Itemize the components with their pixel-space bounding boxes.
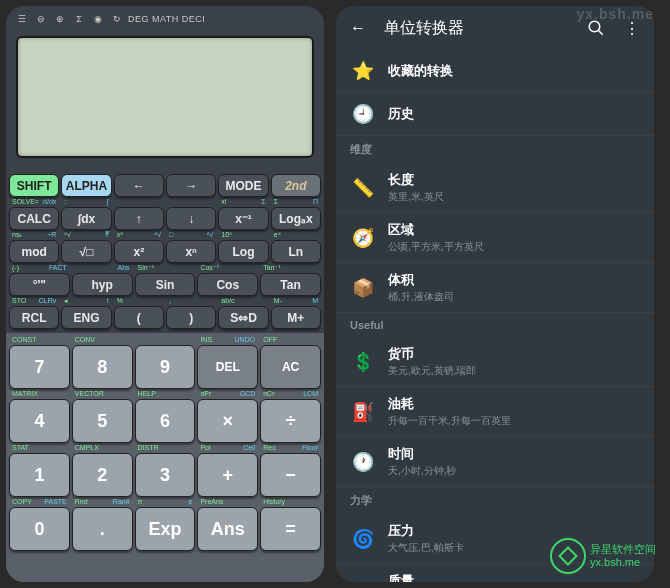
item-label: 历史 [388, 105, 414, 123]
key-calc[interactable]: CALC [9, 207, 59, 230]
category-icon: 📦 [350, 275, 376, 301]
item-label: 压力 [388, 522, 464, 540]
key-↑[interactable]: ↑ [114, 207, 164, 230]
key-2[interactable]: 2 [72, 453, 133, 497]
category-icon: ⛽ [350, 399, 376, 425]
key-mod[interactable]: mod [9, 240, 59, 263]
sigma-icon[interactable]: Σ [71, 11, 87, 27]
key-9[interactable]: 9 [135, 345, 196, 389]
key-logₐx[interactable]: Logₐx [271, 207, 321, 230]
camera-icon[interactable]: ◉ [90, 11, 106, 27]
list-item[interactable]: 🧭 区域 公顷,平方米,平方英尺 [336, 213, 654, 263]
section-header: 力学 [336, 487, 654, 514]
zoom-out-icon[interactable]: ⊖ [33, 11, 49, 27]
category-icon: ⚖ [350, 576, 376, 583]
category-icon: 🧭 [350, 225, 376, 251]
list-item[interactable]: 🕐 时间 天,小时,分钟,秒 [336, 437, 654, 487]
key-x²[interactable]: x² [114, 240, 164, 263]
category-icon: 🕐 [350, 449, 376, 475]
key-ans[interactable]: Ans [197, 507, 258, 551]
key-x⁻¹[interactable]: x⁻¹ [218, 207, 268, 230]
key-.[interactable]: . [72, 507, 133, 551]
key-×[interactable]: × [197, 399, 258, 443]
list-item[interactable]: 📏 长度 英里,米,英尺 [336, 163, 654, 213]
key-m+[interactable]: M+ [271, 306, 321, 329]
key-÷[interactable]: ÷ [260, 399, 321, 443]
key-sin[interactable]: Sin [135, 273, 196, 296]
section-header: 维度 [336, 136, 654, 163]
key-alpha[interactable]: ALPHA [61, 174, 111, 197]
category-icon: ⭐ [350, 58, 376, 84]
key-0[interactable]: 0 [9, 507, 70, 551]
key-7[interactable]: 7 [9, 345, 70, 389]
key-+[interactable]: + [197, 453, 258, 497]
section-header: Useful [336, 313, 654, 337]
svg-point-0 [589, 21, 600, 32]
key-hyp[interactable]: hyp [72, 273, 133, 296]
page-title: 单位转换器 [384, 18, 570, 39]
key-8[interactable]: 8 [72, 345, 133, 389]
item-sub: 大气压,巴,帕斯卡 [388, 541, 464, 555]
item-label: 体积 [388, 271, 454, 289]
key-1[interactable]: 1 [9, 453, 70, 497]
key-exp[interactable]: Exp [135, 507, 196, 551]
item-sub: 升每一百千米,升每一百英里 [388, 414, 511, 428]
item-sub: 英里,米,英尺 [388, 190, 444, 204]
key-↓[interactable]: ↓ [166, 207, 216, 230]
item-label: 区域 [388, 221, 484, 239]
list-item[interactable]: 🕘 历史 [336, 93, 654, 136]
key-→[interactable]: → [166, 174, 216, 197]
zoom-in-icon[interactable]: ⊕ [52, 11, 68, 27]
key-shift[interactable]: SHIFT [9, 174, 59, 197]
item-label: 长度 [388, 171, 444, 189]
calc-display [16, 36, 314, 158]
key-−[interactable]: − [260, 453, 321, 497]
item-sub: 桶,升,液体盎司 [388, 290, 454, 304]
mode-math[interactable]: MATH [152, 14, 179, 24]
unit-converter-app: ← 单位转换器 ⋮ ⭐ 收藏的转换 🕘 历史 维度📏 长度 英里,米,英尺 🧭 … [336, 6, 654, 582]
key-=[interactable]: = [260, 507, 321, 551]
stamp-line1: 异星软件空间 [590, 543, 656, 556]
key-cos[interactable]: Cos [197, 273, 258, 296]
category-icon: 📏 [350, 175, 376, 201]
key-2nd[interactable]: 2nd [271, 174, 321, 197]
mode-deg[interactable]: DEG [128, 14, 149, 24]
key-°'[interactable]: °'" [9, 273, 70, 296]
key-3[interactable]: 3 [135, 453, 196, 497]
key-ln[interactable]: Ln [271, 240, 321, 263]
key-eng[interactable]: ENG [61, 306, 111, 329]
svg-line-1 [598, 30, 603, 35]
key-5[interactable]: 5 [72, 399, 133, 443]
mode-deci[interactable]: DECI [182, 14, 206, 24]
list-item[interactable]: ⭐ 收藏的转换 [336, 50, 654, 93]
key-log[interactable]: Log [218, 240, 268, 263]
watermark: yx.bsh.me [577, 6, 654, 22]
key-4[interactable]: 4 [9, 399, 70, 443]
key-tan[interactable]: Tan [260, 273, 321, 296]
item-sub: 美元,欧元,英镑,瑞郎 [388, 364, 476, 378]
list-item[interactable]: 💲 货币 美元,欧元,英镑,瑞郎 [336, 337, 654, 387]
key-←[interactable]: ← [114, 174, 164, 197]
key-xⁿ[interactable]: xⁿ [166, 240, 216, 263]
key-6[interactable]: 6 [135, 399, 196, 443]
key-del[interactable]: DEL [197, 345, 258, 389]
sync-icon[interactable]: ↻ [109, 11, 125, 27]
key-([interactable]: ( [114, 306, 164, 329]
key-rcl[interactable]: RCL [9, 306, 59, 329]
menu-icon[interactable]: ☰ [14, 11, 30, 27]
converter-list: ⭐ 收藏的转换 🕘 历史 维度📏 长度 英里,米,英尺 🧭 区域 公顷,平方米,… [336, 50, 654, 582]
key-)[interactable]: ) [166, 306, 216, 329]
key-√□[interactable]: √□ [61, 240, 111, 263]
category-icon: 🕘 [350, 101, 376, 127]
keypad: SHIFT ALPHA ← → MODE 2nd SOLVE=d/dx CALC… [6, 162, 324, 582]
back-icon[interactable]: ← [348, 18, 368, 38]
key-s⇔d[interactable]: S⇔D [218, 306, 268, 329]
list-item[interactable]: ⛽ 油耗 升每一百千米,升每一百英里 [336, 387, 654, 437]
item-sub: 公顷,平方米,平方英尺 [388, 240, 484, 254]
key-∫dx[interactable]: ∫dx [61, 207, 111, 230]
list-item[interactable]: 📦 体积 桶,升,液体盎司 [336, 263, 654, 313]
stamp-line2: yx.bsh.me [590, 556, 656, 569]
key-ac[interactable]: AC [260, 345, 321, 389]
stamp: 异星软件空间 yx.bsh.me [550, 538, 656, 574]
key-mode[interactable]: MODE [218, 174, 268, 197]
